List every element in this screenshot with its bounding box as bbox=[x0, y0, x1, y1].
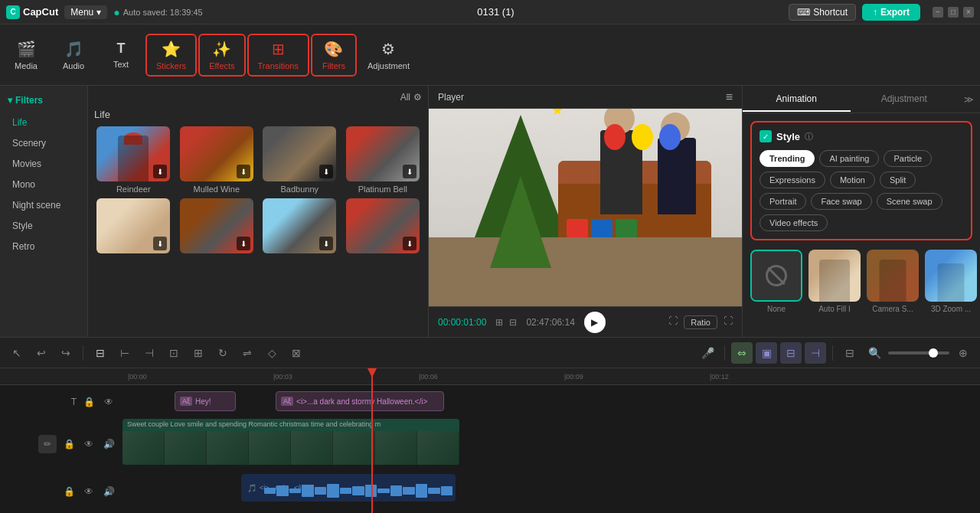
sidebar-item-movies[interactable]: Movies bbox=[3, 154, 84, 174]
tool-media[interactable]: 🎬 Media bbox=[3, 35, 49, 75]
zoom-handle[interactable] bbox=[929, 348, 938, 358]
rotate-button[interactable]: ↻ bbox=[212, 342, 234, 364]
tool-stickers[interactable]: ⭐ Stickers bbox=[145, 34, 197, 77]
align-button[interactable]: ⊣ bbox=[139, 342, 160, 364]
tag-portrait[interactable]: Portrait bbox=[760, 193, 806, 210]
download-icon[interactable]: ⬇ bbox=[237, 165, 250, 178]
sidebar-item-retro[interactable]: Retro bbox=[3, 237, 84, 256]
zoom-out-button[interactable]: 🔍 bbox=[864, 342, 885, 364]
filter-item-platinum[interactable]: ⬇ Platinum Bell bbox=[344, 126, 423, 194]
playhead[interactable] bbox=[371, 368, 373, 513]
sidebar-item-night-scene[interactable]: Night scene bbox=[3, 195, 84, 215]
video-clip[interactable]: Sweet couple Love smile and spending Rom… bbox=[122, 419, 459, 465]
visibility-audio-icon[interactable]: 👁 bbox=[81, 484, 96, 499]
mic-button[interactable]: 🎤 bbox=[697, 342, 718, 364]
lock-video-icon[interactable]: 🔒 bbox=[61, 436, 77, 452]
redo-button[interactable]: ↪ bbox=[55, 342, 77, 364]
sidebar-item-scenery[interactable]: Scenery bbox=[3, 133, 84, 153]
audio-toggle-button[interactable]: ⊟ bbox=[780, 342, 802, 364]
video-toggle-button[interactable]: ▣ bbox=[756, 342, 777, 364]
download-icon[interactable]: ⬇ bbox=[153, 165, 167, 178]
ratio-button[interactable]: Ratio bbox=[684, 315, 717, 329]
filter-item-reindeer[interactable]: ⬇ Reindeer bbox=[94, 126, 173, 194]
zoom-slider[interactable] bbox=[888, 351, 949, 355]
menu-button[interactable]: Menu ▾ bbox=[64, 5, 107, 19]
filter-item-r2d[interactable]: ⬇ bbox=[344, 198, 423, 256]
download-icon[interactable]: ⬇ bbox=[319, 165, 333, 178]
download-icon[interactable]: ⬇ bbox=[237, 237, 250, 250]
tag-ai-painting[interactable]: AI painting bbox=[819, 150, 879, 167]
ruler-mark-0: |00:00 bbox=[126, 373, 272, 381]
player-menu-icon[interactable]: ≡ bbox=[726, 90, 733, 104]
tab-animation[interactable]: Animation bbox=[743, 87, 851, 112]
timeline-content: |00:00 |00:03 |00:06 |00:09 |00:12 T 🔒 👁 bbox=[0, 368, 980, 513]
crop-icon[interactable]: ⛶ bbox=[668, 315, 678, 329]
caption-button[interactable]: ⊟ bbox=[839, 342, 861, 364]
text-clip-dark[interactable]: Aξ <i>...a dark and stormy Halloween.</i… bbox=[276, 391, 444, 411]
all-filters-button[interactable]: All ⚙ bbox=[400, 92, 422, 103]
play-button[interactable]: ▶ bbox=[584, 312, 606, 333]
tool-audio[interactable]: 🎵 Audio bbox=[51, 35, 96, 75]
tag-scene-swap[interactable]: Scene swap bbox=[877, 193, 942, 210]
split-button[interactable]: ⊟ bbox=[90, 342, 111, 364]
tool-effects[interactable]: ✨ Effects bbox=[198, 34, 245, 77]
lock-icon[interactable]: 🔒 bbox=[81, 394, 96, 410]
lock-audio-icon[interactable]: 🔒 bbox=[61, 484, 77, 499]
frame-button[interactable]: ⊞ bbox=[188, 342, 209, 364]
close-button[interactable]: × bbox=[963, 7, 974, 18]
shortcut-button[interactable]: ⌨ Shortcut bbox=[789, 4, 856, 21]
visibility-icon[interactable]: 👁 bbox=[101, 394, 116, 410]
filter-item-mulled-wine[interactable]: ⬇ Mulled Wine bbox=[178, 126, 256, 194]
tool-transitions[interactable]: ⊞ Transitions bbox=[247, 34, 309, 77]
visibility-video-icon[interactable]: 👁 bbox=[81, 436, 96, 452]
trim-button[interactable]: ⊢ bbox=[114, 342, 136, 364]
download-icon[interactable]: ⬇ bbox=[319, 237, 333, 250]
tag-trending[interactable]: Trending bbox=[760, 150, 815, 167]
tag-motion[interactable]: Motion bbox=[830, 172, 875, 188]
select-tool-button[interactable]: ↖ bbox=[6, 342, 28, 364]
sidebar-item-life[interactable]: Life bbox=[3, 113, 84, 132]
thumb-camera-s[interactable]: Camera S... bbox=[867, 250, 919, 313]
flip-button[interactable]: ⇌ bbox=[237, 342, 258, 364]
minimize-button[interactable]: − bbox=[933, 7, 943, 18]
tag-particle[interactable]: Particle bbox=[884, 150, 932, 167]
download-icon[interactable]: ⬇ bbox=[403, 165, 416, 178]
volume-audio-icon[interactable]: 🔊 bbox=[101, 484, 116, 499]
download-icon[interactable]: ⬇ bbox=[403, 237, 416, 250]
tool-adjustment[interactable]: ⚙ Adjustment bbox=[358, 35, 419, 75]
thumb-auto-fill[interactable]: Auto Fill I bbox=[808, 250, 861, 313]
text-prefix-icon: Aξ bbox=[180, 397, 192, 406]
audio-clip[interactable]: 🎵 <i>...a da...</i> bbox=[241, 474, 456, 502]
tab-adjustment[interactable]: Adjustment bbox=[851, 87, 959, 112]
tool-filters[interactable]: 🎨 Filters bbox=[311, 34, 357, 77]
scale-button[interactable]: ⊠ bbox=[286, 342, 307, 364]
audio-split-button[interactable]: ⊣ bbox=[805, 342, 826, 364]
text-clip-hey[interactable]: Aξ Hey! bbox=[175, 391, 236, 411]
tool-text[interactable]: T Text bbox=[98, 36, 144, 74]
sidebar-item-mono[interactable]: Mono bbox=[3, 175, 84, 194]
crop-button[interactable]: ⊡ bbox=[163, 342, 185, 364]
tag-expressions[interactable]: Expressions bbox=[760, 172, 825, 188]
filter-item-badbunny[interactable]: ⬇ Badbunny bbox=[260, 126, 339, 194]
filter-item-r2c[interactable]: ⬇ bbox=[260, 198, 339, 256]
filter-item-r2a[interactable]: ⬇ bbox=[94, 198, 173, 256]
zoom-in-button[interactable]: ⊕ bbox=[952, 342, 974, 364]
volume-video-icon[interactable]: 🔊 bbox=[101, 436, 116, 452]
link-button[interactable]: ⇔ bbox=[731, 342, 753, 364]
expand-icon[interactable]: ≫ bbox=[958, 88, 980, 111]
thumb-3d-zoom[interactable]: 3D Zoom ... bbox=[925, 250, 977, 313]
export-button[interactable]: ↑ Export bbox=[862, 4, 920, 21]
filter-item-r2b[interactable]: ⬇ bbox=[178, 198, 256, 256]
sidebar-item-style[interactable]: Style bbox=[3, 216, 84, 236]
tag-split[interactable]: Split bbox=[880, 172, 916, 188]
tag-video-effects[interactable]: Video effects bbox=[760, 214, 828, 231]
thumb-none[interactable]: None bbox=[750, 250, 802, 313]
tag-face-swap[interactable]: Face swap bbox=[811, 193, 871, 210]
edit-icon[interactable]: ✏ bbox=[38, 435, 57, 453]
download-icon[interactable]: ⬇ bbox=[153, 237, 167, 250]
wave-6 bbox=[327, 484, 338, 498]
fullscreen-icon[interactable]: ⛶ bbox=[724, 315, 733, 329]
undo-button[interactable]: ↩ bbox=[31, 342, 52, 364]
maximize-button[interactable]: □ bbox=[948, 7, 959, 18]
transform-button[interactable]: ◇ bbox=[261, 342, 283, 364]
